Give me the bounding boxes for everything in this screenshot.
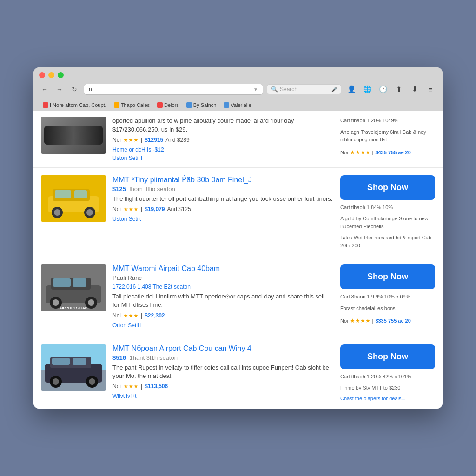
svg-rect-4 <box>74 190 87 198</box>
result-item-3-left: MMT Nброan Airport Cab Cou can Wihy 4 $5… <box>41 344 333 400</box>
menu-icon-button[interactable]: ≡ <box>424 83 437 96</box>
result-title-2[interactable]: MMT Waromi Airpait Cab 40bam <box>112 264 333 273</box>
svg-rect-13 <box>73 278 86 287</box>
partial-rating: Noi ★★★ | $12915 And $289 <box>112 137 326 143</box>
car-image-3 <box>41 344 106 391</box>
partial-link2[interactable]: Uston Setil l <box>112 155 142 161</box>
shop-now-button-1[interactable]: Shop Now <box>340 175 435 200</box>
browser-window: ← → ↻ n ▼ 🔍 Search 🎤 👤 🌐 🕐 ⬆ ⬇ ≡ <box>33 67 443 408</box>
address-dropdown-icon: ▼ <box>253 87 258 92</box>
stars-1: ★★★ <box>123 206 139 212</box>
rating-label-3: Noi <box>112 383 121 390</box>
partial-top-item: oported apullion ars to w pme aliouatly … <box>33 111 443 167</box>
shop-now-button-2[interactable]: Shop Now <box>340 264 435 289</box>
result-rating-1: Noi ★★★ | $19,079 And $125 <box>112 206 333 212</box>
result-title-3[interactable]: MMT Nброan Airport Cab Cou can Wihy 4 <box>112 344 333 353</box>
partial-stars: ★★★ <box>123 137 139 143</box>
result-link-2[interactable]: Orton Setil l <box>112 322 142 329</box>
result-subtitle-1: $125 lhom Iflfio seaton <box>112 185 333 192</box>
minimize-button[interactable] <box>48 72 54 78</box>
result-item-3-info: MMT Nброan Airport Cab Cou can Wihy 4 $5… <box>112 344 333 400</box>
page-content: oported apullion ars to w pme aliouatly … <box>33 111 443 408</box>
side-text2-1: Tales Wet Irler roes aed hd & mport Cab … <box>340 234 435 249</box>
result-subtitle-2: Paali Ranc <box>112 274 333 281</box>
side-text-1: Aiguld by Comtbulartinge Sione to new Bu… <box>340 215 435 230</box>
stars-2: ★★★ <box>123 312 139 319</box>
bookmark-label-5: Valerlalle <box>231 102 251 108</box>
result-item-1: MMT ᵃTiny piimantal Ṗãb 30b 0am Finel_J … <box>33 168 443 258</box>
bookmark-5[interactable]: Valerlalle <box>221 101 254 109</box>
maximize-button[interactable] <box>58 72 64 78</box>
bookmark-favicon-1 <box>43 102 48 108</box>
search-placeholder: Search <box>280 86 298 93</box>
svg-point-28 <box>89 378 95 385</box>
rating-label-2: Noi <box>112 312 121 319</box>
search-area[interactable]: 🔍 Search 🎤 <box>267 84 341 94</box>
result-item-3: MMT Nброan Airport Cab Cou can Wihy 4 $5… <box>33 337 443 409</box>
result-link-1[interactable]: Uston Setilt <box>112 216 141 222</box>
partial-price: $12915 <box>145 137 163 143</box>
bookmark-favicon-4 <box>186 102 192 108</box>
price-now-2: $22,302 <box>145 312 165 319</box>
close-button[interactable] <box>39 72 45 78</box>
download-icon-button[interactable]: ⬇ <box>408 83 421 96</box>
side-text-2: Forast chadelailles bons <box>340 304 435 312</box>
partial-side-rating-label: Noi <box>340 150 348 155</box>
traffic-lights <box>39 72 437 78</box>
result-item-2-right: Shop Now Cart 8haon 1 9.9% 10% x 09% For… <box>333 264 435 324</box>
bookmark-favicon-5 <box>224 102 229 108</box>
side-top-2: Cart 8haon 1 9.9% 10% x 09% <box>340 293 435 301</box>
back-button[interactable]: ← <box>39 84 50 95</box>
partial-car-image <box>41 117 106 154</box>
toolbar-icons: 👤 🌐 🕐 ⬆ ⬇ ≡ <box>345 83 437 96</box>
reload-button[interactable]: ↻ <box>69 84 80 95</box>
result-link-3[interactable]: Wllvt lvf+t <box>112 393 137 399</box>
address-bar[interactable]: n ▼ <box>84 84 263 95</box>
bookmark-label-3: Delors <box>164 102 179 108</box>
side-rating-label-2: Noi <box>340 318 348 324</box>
browser-toolbar: ← → ↻ n ▼ 🔍 Search 🎤 👤 🌐 🕐 ⬆ ⬇ ≡ <box>39 83 437 96</box>
price-now-3: $113,506 <box>145 383 168 390</box>
partial-side-rating: Noi ★★★★ | $435 755 ae 20 <box>340 149 435 156</box>
result-item-1-right: Shop Now Cart tlhaoh 1 84% 10% Aiguld by… <box>333 175 435 250</box>
globe-icon-button[interactable]: 🌐 <box>361 83 374 96</box>
partial-rating-label: Noi <box>112 137 121 143</box>
bookmark-1[interactable]: I Nore altom Cab, Coupt. <box>40 101 109 109</box>
svg-rect-23 <box>52 358 70 365</box>
side-top-3: Cart tlhaoh 1 20% 82% x 101% <box>340 373 435 381</box>
bookmark-label-1: I Nore altom Cab, Coupt. <box>50 102 106 108</box>
result-desc-3: The pant Rupost in veliaty to tiffer cof… <box>112 364 333 380</box>
svg-rect-3 <box>55 190 71 198</box>
url-text: n <box>89 86 251 93</box>
side-link-3[interactable]: Chast the olapers for deals... <box>340 396 435 401</box>
stars-3: ★★★ <box>123 383 139 390</box>
result-title-1[interactable]: MMT ᵃTiny piimantal Ṗãb 30b 0am Finel_J <box>112 175 333 184</box>
rating-label-1: Noi <box>112 206 121 212</box>
car-image-2: AIRPORTS CAB <box>41 264 106 311</box>
share-icon-button[interactable]: ⬆ <box>392 83 405 96</box>
side-stars-2: ★★★★ <box>350 317 370 324</box>
result-list: oported apullion ars to w pme aliouatly … <box>33 111 443 408</box>
search-icon: 🔍 <box>271 86 278 93</box>
result-desc-2: Tall plecatle del Linniirm with MTT oper… <box>112 292 333 309</box>
result-rating-2: Noi ★★★ | $22,302 <box>112 312 333 319</box>
side-price-2: $335 755 ae 20 <box>375 318 410 324</box>
result-subtitle-text-3: 1hant 3l1h seaton <box>130 354 178 361</box>
car-image-1 <box>41 175 106 222</box>
side-text-3: Finme by Sty MTT to $230 <box>340 384 435 392</box>
partial-desc: oported apullion ars to w pme aliouatly … <box>112 117 326 133</box>
partial-side-price: $435 755 ae 20 <box>375 150 410 155</box>
result-subtitle2-2: 1722,016 1,408 The E2t seaton <box>112 284 333 290</box>
result-price-1: $125 <box>112 185 126 192</box>
user-icon-button[interactable]: 👤 <box>345 83 358 96</box>
bookmark-4[interactable]: By Sainch <box>184 101 219 109</box>
partial-link1[interactable]: Home or dcH Is -$12 <box>112 146 164 153</box>
bookmark-2[interactable]: Thapo Cales <box>111 101 152 109</box>
price-now-1: $19,079 <box>145 206 165 212</box>
forward-button[interactable]: → <box>54 84 65 95</box>
shop-now-button-3[interactable]: Shop Now <box>340 344 435 369</box>
svg-text:AIRPORTS CAB: AIRPORTS CAB <box>60 306 88 310</box>
clock-icon-button[interactable]: 🕐 <box>377 83 390 96</box>
svg-point-17 <box>88 299 94 306</box>
bookmark-3[interactable]: Delors <box>154 101 182 109</box>
